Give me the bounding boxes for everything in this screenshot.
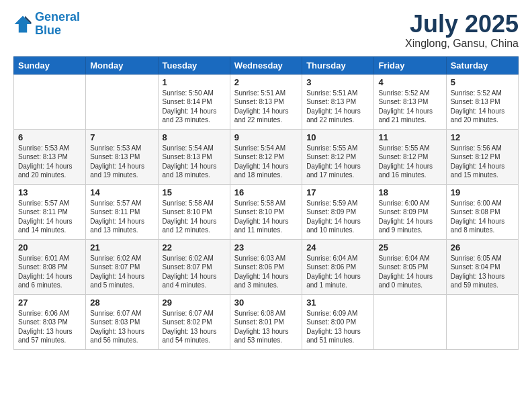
table-row: 1Sunrise: 5:50 AM Sunset: 8:14 PM Daylig… xyxy=(158,74,230,129)
day-info: Sunrise: 5:58 AM Sunset: 8:10 PM Dayligh… xyxy=(234,199,298,235)
table-row xyxy=(374,294,446,349)
table-row: 7Sunrise: 5:53 AM Sunset: 8:13 PM Daylig… xyxy=(86,129,158,184)
table-row: 24Sunrise: 6:04 AM Sunset: 8:06 PM Dayli… xyxy=(302,239,374,294)
table-row: 11Sunrise: 5:55 AM Sunset: 8:12 PM Dayli… xyxy=(374,129,446,184)
logo-icon xyxy=(13,15,32,34)
day-number: 23 xyxy=(234,242,298,253)
table-row: 2Sunrise: 5:51 AM Sunset: 8:13 PM Daylig… xyxy=(230,74,302,129)
day-info: Sunrise: 6:04 AM Sunset: 8:06 PM Dayligh… xyxy=(306,254,369,290)
calendar-week-row: 1Sunrise: 5:50 AM Sunset: 8:14 PM Daylig… xyxy=(14,74,519,129)
table-row: 8Sunrise: 5:54 AM Sunset: 8:13 PM Daylig… xyxy=(158,129,230,184)
day-number: 15 xyxy=(163,187,226,197)
table-row: 27Sunrise: 6:06 AM Sunset: 8:03 PM Dayli… xyxy=(14,294,86,349)
day-info: Sunrise: 6:07 AM Sunset: 8:03 PM Dayligh… xyxy=(90,309,153,345)
table-row xyxy=(446,294,518,349)
day-info: Sunrise: 5:54 AM Sunset: 8:13 PM Dayligh… xyxy=(163,144,226,180)
table-row xyxy=(86,74,158,129)
table-row: 18Sunrise: 6:00 AM Sunset: 8:09 PM Dayli… xyxy=(374,184,446,239)
calendar-header-row: Sunday Monday Tuesday Wednesday Thursday… xyxy=(14,56,519,74)
day-info: Sunrise: 5:52 AM Sunset: 8:13 PM Dayligh… xyxy=(378,89,441,125)
calendar-week-row: 27Sunrise: 6:06 AM Sunset: 8:03 PM Dayli… xyxy=(14,294,519,349)
table-row: 28Sunrise: 6:07 AM Sunset: 8:03 PM Dayli… xyxy=(86,294,158,349)
logo: General Blue xyxy=(13,11,80,38)
header: General Blue July 2025 Xinglong, Gansu, … xyxy=(13,11,519,50)
col-saturday: Saturday xyxy=(446,56,518,74)
table-row: 4Sunrise: 5:52 AM Sunset: 8:13 PM Daylig… xyxy=(374,74,446,129)
day-number: 24 xyxy=(306,242,369,253)
day-number: 14 xyxy=(90,187,153,197)
col-tuesday: Tuesday xyxy=(158,56,230,74)
day-info: Sunrise: 6:08 AM Sunset: 8:01 PM Dayligh… xyxy=(234,309,298,345)
page: General Blue July 2025 Xinglong, Gansu, … xyxy=(0,0,532,411)
svg-marker-0 xyxy=(15,15,32,32)
location: Xinglong, Gansu, China xyxy=(405,38,519,50)
table-row: 3Sunrise: 5:51 AM Sunset: 8:13 PM Daylig… xyxy=(302,74,374,129)
table-row: 5Sunrise: 5:52 AM Sunset: 8:13 PM Daylig… xyxy=(446,74,518,129)
month-title: July 2025 xyxy=(405,11,519,38)
day-number: 11 xyxy=(378,132,441,142)
table-row: 12Sunrise: 5:56 AM Sunset: 8:12 PM Dayli… xyxy=(446,129,518,184)
day-info: Sunrise: 5:59 AM Sunset: 8:09 PM Dayligh… xyxy=(306,199,369,235)
day-info: Sunrise: 6:01 AM Sunset: 8:08 PM Dayligh… xyxy=(18,254,81,290)
day-info: Sunrise: 5:53 AM Sunset: 8:13 PM Dayligh… xyxy=(18,144,81,180)
day-number: 29 xyxy=(163,298,226,308)
day-info: Sunrise: 6:07 AM Sunset: 8:02 PM Dayligh… xyxy=(163,309,226,345)
table-row: 14Sunrise: 5:57 AM Sunset: 8:11 PM Dayli… xyxy=(86,184,158,239)
table-row: 19Sunrise: 6:00 AM Sunset: 8:08 PM Dayli… xyxy=(446,184,518,239)
col-thursday: Thursday xyxy=(302,56,374,74)
table-row: 13Sunrise: 5:57 AM Sunset: 8:11 PM Dayli… xyxy=(14,184,86,239)
table-row: 31Sunrise: 6:09 AM Sunset: 8:00 PM Dayli… xyxy=(302,294,374,349)
table-row: 9Sunrise: 5:54 AM Sunset: 8:12 PM Daylig… xyxy=(230,129,302,184)
day-number: 20 xyxy=(18,242,81,253)
day-number: 6 xyxy=(18,132,81,142)
table-row: 23Sunrise: 6:03 AM Sunset: 8:06 PM Dayli… xyxy=(230,239,302,294)
table-row: 16Sunrise: 5:58 AM Sunset: 8:10 PM Dayli… xyxy=(230,184,302,239)
table-row: 30Sunrise: 6:08 AM Sunset: 8:01 PM Dayli… xyxy=(230,294,302,349)
day-info: Sunrise: 6:04 AM Sunset: 8:05 PM Dayligh… xyxy=(378,254,441,290)
day-info: Sunrise: 6:09 AM Sunset: 8:00 PM Dayligh… xyxy=(306,309,369,345)
logo-text: General Blue xyxy=(35,11,80,38)
day-info: Sunrise: 6:03 AM Sunset: 8:06 PM Dayligh… xyxy=(234,254,298,290)
day-number: 7 xyxy=(90,132,153,142)
day-info: Sunrise: 5:57 AM Sunset: 8:11 PM Dayligh… xyxy=(90,199,153,235)
table-row: 20Sunrise: 6:01 AM Sunset: 8:08 PM Dayli… xyxy=(14,239,86,294)
col-friday: Friday xyxy=(374,56,446,74)
table-row xyxy=(14,74,86,129)
day-number: 30 xyxy=(234,298,298,308)
day-number: 1 xyxy=(163,77,226,87)
day-number: 25 xyxy=(378,242,441,253)
day-info: Sunrise: 6:06 AM Sunset: 8:03 PM Dayligh… xyxy=(18,309,81,345)
day-info: Sunrise: 5:58 AM Sunset: 8:10 PM Dayligh… xyxy=(163,199,226,235)
calendar-table: Sunday Monday Tuesday Wednesday Thursday… xyxy=(13,56,519,350)
day-info: Sunrise: 5:53 AM Sunset: 8:13 PM Dayligh… xyxy=(90,144,153,180)
day-number: 17 xyxy=(306,187,369,197)
day-number: 10 xyxy=(306,132,369,142)
day-number: 8 xyxy=(163,132,226,142)
table-row: 26Sunrise: 6:05 AM Sunset: 8:04 PM Dayli… xyxy=(446,239,518,294)
day-info: Sunrise: 6:02 AM Sunset: 8:07 PM Dayligh… xyxy=(163,254,226,290)
col-monday: Monday xyxy=(86,56,158,74)
day-number: 3 xyxy=(306,77,369,87)
table-row: 15Sunrise: 5:58 AM Sunset: 8:10 PM Dayli… xyxy=(158,184,230,239)
table-row: 17Sunrise: 5:59 AM Sunset: 8:09 PM Dayli… xyxy=(302,184,374,239)
day-number: 9 xyxy=(234,132,298,142)
day-number: 19 xyxy=(451,187,514,197)
day-info: Sunrise: 5:52 AM Sunset: 8:13 PM Dayligh… xyxy=(451,89,514,125)
table-row: 10Sunrise: 5:55 AM Sunset: 8:12 PM Dayli… xyxy=(302,129,374,184)
day-number: 5 xyxy=(451,77,514,87)
calendar-week-row: 13Sunrise: 5:57 AM Sunset: 8:11 PM Dayli… xyxy=(14,184,519,239)
day-info: Sunrise: 6:05 AM Sunset: 8:04 PM Dayligh… xyxy=(451,254,514,290)
day-info: Sunrise: 5:55 AM Sunset: 8:12 PM Dayligh… xyxy=(306,144,369,180)
day-info: Sunrise: 5:51 AM Sunset: 8:13 PM Dayligh… xyxy=(306,89,369,125)
table-row: 25Sunrise: 6:04 AM Sunset: 8:05 PM Dayli… xyxy=(374,239,446,294)
table-row: 21Sunrise: 6:02 AM Sunset: 8:07 PM Dayli… xyxy=(86,239,158,294)
day-info: Sunrise: 5:56 AM Sunset: 8:12 PM Dayligh… xyxy=(451,144,514,180)
day-number: 28 xyxy=(90,298,153,308)
day-info: Sunrise: 6:02 AM Sunset: 8:07 PM Dayligh… xyxy=(90,254,153,290)
day-number: 27 xyxy=(18,298,81,308)
day-number: 12 xyxy=(451,132,514,142)
day-number: 18 xyxy=(378,187,441,197)
day-number: 16 xyxy=(234,187,298,197)
day-number: 21 xyxy=(90,242,153,253)
day-number: 26 xyxy=(451,242,514,253)
